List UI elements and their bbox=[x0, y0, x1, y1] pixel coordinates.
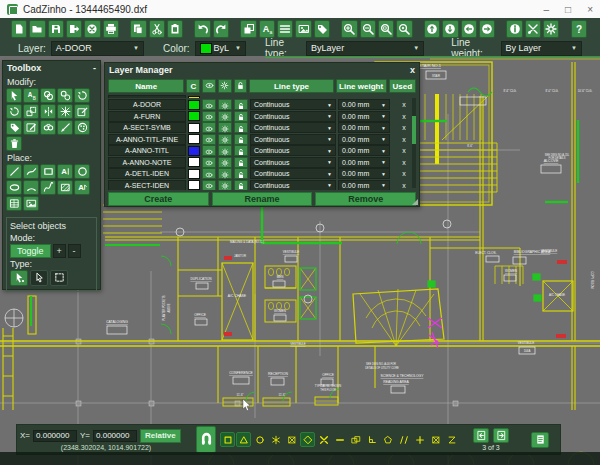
snap-nearest-button[interactable] bbox=[332, 432, 347, 447]
line-tool-button[interactable] bbox=[6, 164, 22, 179]
undo-button[interactable] bbox=[194, 20, 210, 38]
snap-object-button[interactable] bbox=[348, 432, 363, 447]
table-tool-button[interactable] bbox=[6, 196, 22, 211]
ellipse-tool-button[interactable] bbox=[6, 180, 22, 195]
text-tool-button[interactable]: A bbox=[57, 164, 73, 179]
save-file-button[interactable] bbox=[48, 20, 64, 38]
image-tool-button[interactable] bbox=[23, 196, 39, 211]
move-tool-button[interactable] bbox=[57, 88, 73, 103]
select-cursor-tool-button[interactable] bbox=[6, 88, 22, 103]
find-tool-button[interactable] bbox=[40, 120, 56, 135]
layer-lineweight-dropdown[interactable]: 0.00 mm▼ bbox=[338, 122, 390, 133]
lineweight-dropdown[interactable]: By Layer▼ bbox=[501, 41, 582, 56]
mirror-tool-button[interactable] bbox=[40, 104, 56, 119]
layer-lineweight-dropdown[interactable]: 0.00 mm▼ bbox=[338, 168, 390, 179]
scale-tool-button[interactable] bbox=[23, 104, 39, 119]
layer-row-a-anno-note[interactable]: A-ANNO-NOTEContinuous▼0.00 mm▼x bbox=[108, 157, 416, 168]
layer-color-swatch[interactable] bbox=[188, 157, 200, 167]
rename-text-tool-button[interactable]: AB bbox=[23, 88, 39, 103]
layer-lineweight-dropdown[interactable]: 0.00 mm▼ bbox=[338, 157, 390, 168]
rename-layer-button[interactable]: Rename bbox=[212, 192, 313, 206]
prev-layout-button[interactable] bbox=[473, 428, 489, 443]
layer-row-a-sect-symb[interactable]: A-SECT-SYMBContinuous▼0.00 mm▼x bbox=[108, 122, 416, 133]
close-button[interactable]: × bbox=[587, 4, 593, 15]
layer-row-a-sect-iden[interactable]: A-SECT-IDENContinuous▼0.00 mm▼x bbox=[108, 180, 416, 191]
header-name[interactable]: Name bbox=[108, 79, 184, 93]
minimize-button[interactable]: – bbox=[544, 4, 550, 15]
layer-name[interactable]: A-SECT-IDEN bbox=[108, 180, 186, 191]
explode-tool-button[interactable] bbox=[57, 104, 73, 119]
zoom-extents-button[interactable] bbox=[396, 20, 412, 38]
layer-color-swatch[interactable] bbox=[188, 134, 200, 144]
edit-attrib-tool-button[interactable] bbox=[23, 120, 39, 135]
drawing-canvas[interactable]: STAIR NO.1STAIRVESTIBULEALCOVESEE DWG NO… bbox=[0, 56, 600, 465]
header-freeze[interactable] bbox=[218, 79, 232, 93]
snap-endpoint-button[interactable] bbox=[220, 432, 235, 447]
settings-button[interactable] bbox=[543, 20, 559, 38]
layer-name[interactable]: A-ANNO-NOTE bbox=[108, 157, 186, 168]
layer-lineweight-dropdown[interactable]: 0.00 mm▼ bbox=[338, 111, 390, 122]
layer-color-swatch[interactable] bbox=[188, 123, 200, 133]
snap-node-button[interactable] bbox=[268, 432, 283, 447]
layer-color-swatch[interactable] bbox=[188, 111, 200, 121]
layer-visibility-button[interactable] bbox=[202, 180, 216, 191]
export-file-button[interactable] bbox=[66, 20, 82, 38]
pick-cursor-button[interactable] bbox=[30, 270, 48, 286]
info-button[interactable] bbox=[506, 20, 522, 38]
snap-ortho-button[interactable] bbox=[428, 432, 443, 447]
header-visibility[interactable] bbox=[202, 79, 216, 93]
mode-minus-button[interactable]: - bbox=[68, 244, 81, 258]
color-dropdown[interactable]: ByL▼ bbox=[195, 41, 246, 56]
polyline-tool-button[interactable] bbox=[23, 164, 39, 179]
layer-color-swatch[interactable] bbox=[188, 146, 200, 156]
arc-tool-button[interactable] bbox=[23, 180, 39, 195]
pan-up-button[interactable] bbox=[424, 20, 440, 38]
layer-linetype-dropdown[interactable]: Continuous▼ bbox=[250, 157, 336, 168]
y-input[interactable]: 0.000000 bbox=[93, 430, 137, 442]
layer-name[interactable]: A-DOOR bbox=[108, 99, 186, 110]
cut-clipboard-button[interactable] bbox=[149, 20, 165, 38]
rotate-tool-button[interactable] bbox=[74, 88, 90, 103]
zoom-window-button[interactable] bbox=[378, 20, 394, 38]
open-file-button[interactable] bbox=[29, 20, 45, 38]
snap-quadrant-button[interactable] bbox=[284, 432, 299, 447]
header-lock[interactable] bbox=[234, 79, 248, 93]
mode-plus-button[interactable]: + bbox=[53, 244, 66, 258]
new-file-button[interactable] bbox=[11, 20, 27, 38]
layer-list-scrollbar[interactable] bbox=[412, 98, 416, 188]
layer-manager-close-button[interactable]: x bbox=[410, 65, 415, 75]
layer-row-a-detl-iden[interactable]: A-DETL-IDENContinuous▼0.00 mm▼x bbox=[108, 168, 416, 179]
tools-button[interactable] bbox=[525, 20, 541, 38]
rotate-ref-tool-button[interactable] bbox=[6, 104, 22, 119]
layer-lineweight-dropdown[interactable]: 0.00 mm▼ bbox=[338, 180, 390, 191]
layer-linetype-dropdown[interactable]: Continuous▼ bbox=[250, 99, 336, 110]
edit-tool-button[interactable] bbox=[74, 104, 90, 119]
resize-handle[interactable] bbox=[412, 199, 418, 205]
header-linetype[interactable]: Line type bbox=[249, 79, 333, 93]
mode-toggle-button[interactable]: Toggle bbox=[10, 244, 51, 258]
snap-perpendicular-button[interactable] bbox=[364, 432, 379, 447]
spline-tool-button[interactable] bbox=[40, 180, 56, 195]
relative-toggle-button[interactable]: Relative bbox=[140, 429, 181, 443]
pick-window-button[interactable] bbox=[50, 270, 68, 286]
create-layer-button[interactable]: Create bbox=[108, 192, 209, 206]
layer-dropdown[interactable]: A-DOOR▼ bbox=[51, 41, 144, 56]
snap-parallel-button[interactable] bbox=[396, 432, 411, 447]
layer-color-swatch[interactable] bbox=[188, 100, 200, 110]
layer-linetype-dropdown[interactable]: Continuous▼ bbox=[250, 111, 336, 122]
layer-name[interactable]: A-DETL-IDEN bbox=[108, 168, 186, 179]
image-attach-button[interactable] bbox=[295, 20, 311, 38]
x-input[interactable]: 0.000000 bbox=[33, 430, 77, 442]
linetype-dropdown[interactable]: ByLayer▼ bbox=[306, 41, 424, 56]
layer-lock-button[interactable] bbox=[234, 180, 248, 191]
layer-linetype-dropdown[interactable]: Continuous▼ bbox=[250, 145, 336, 156]
mtext-tool-button[interactable]: A bbox=[74, 180, 90, 195]
pan-right-button[interactable] bbox=[479, 20, 495, 38]
snap-center-button[interactable] bbox=[252, 432, 267, 447]
layer-row-a-anno-titl[interactable]: A-ANNO-TITLContinuous▼0.00 mm▼x bbox=[108, 145, 416, 156]
layer-lineweight-dropdown[interactable]: 0.00 mm▼ bbox=[338, 99, 390, 110]
layer-lineweight-dropdown[interactable]: 0.00 mm▼ bbox=[338, 134, 390, 145]
copy-tool-button[interactable] bbox=[40, 88, 56, 103]
add-attrib-tool-button[interactable] bbox=[6, 120, 22, 135]
maximize-button[interactable]: □ bbox=[565, 4, 571, 15]
